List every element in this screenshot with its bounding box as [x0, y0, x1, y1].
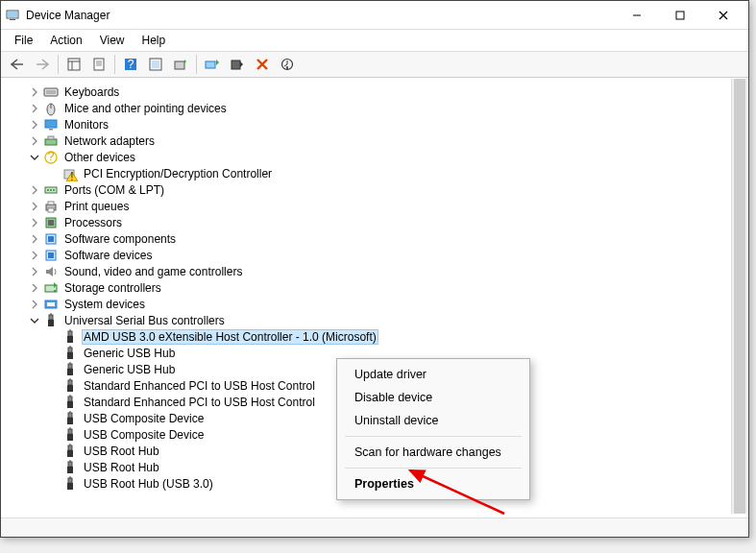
tree-node[interactable]: Mice and other pointing devices	[9, 100, 748, 116]
ctx-disable-device[interactable]: Disable device	[337, 386, 529, 409]
warning-icon: !	[62, 166, 78, 181]
tree-node[interactable]: ?Other devices	[9, 149, 748, 165]
tree-node-label: USB Root Hub (USB 3.0)	[82, 477, 215, 491]
chevron-right-icon[interactable]	[28, 200, 41, 213]
chevron-down-icon[interactable]	[28, 151, 41, 164]
minimize-button[interactable]	[615, 1, 658, 30]
network-icon	[43, 133, 59, 149]
toolbar: ?	[1, 51, 748, 78]
titlebar: Device Manager	[1, 1, 748, 30]
ctx-uninstall-device[interactable]: Uninstall device	[337, 409, 529, 432]
svg-rect-2	[8, 12, 17, 17]
tree-node-label: Generic USB Hub	[82, 363, 177, 376]
tree-node[interactable]: Storage controllers	[9, 279, 748, 296]
tree-node[interactable]: Software devices	[9, 247, 748, 263]
tree-node-label: Storage controllers	[62, 281, 163, 295]
svg-rect-72	[68, 413, 72, 418]
svg-rect-64	[67, 369, 73, 375]
chevron-right-icon[interactable]	[28, 249, 41, 262]
svg-rect-54	[49, 315, 53, 320]
svg-rect-78	[68, 445, 72, 450]
maximize-button[interactable]	[658, 1, 701, 30]
tree-node[interactable]: Keyboards	[9, 84, 748, 100]
tree-node[interactable]: Processors	[9, 214, 748, 230]
chevron-right-icon[interactable]	[28, 102, 41, 115]
tree-node-label: Software devices	[62, 249, 154, 262]
close-button[interactable]	[701, 1, 744, 30]
tree-node-label: Standard Enhanced PCI to USB Host Contro…	[82, 396, 317, 409]
toolbar-separator	[196, 55, 197, 74]
mouse-icon	[43, 101, 59, 116]
svg-point-38	[47, 189, 49, 191]
ctx-properties[interactable]: Properties	[337, 472, 529, 495]
svg-rect-20	[232, 60, 240, 69]
svg-rect-19	[206, 61, 215, 68]
tree-node[interactable]: !PCI Encryption/Decryption Controller	[9, 165, 748, 181]
tree-node-label: USB Root Hub	[82, 445, 161, 458]
svg-rect-42	[48, 202, 54, 204]
svg-rect-70	[67, 401, 73, 408]
forward-button[interactable]	[30, 53, 55, 76]
keyboard-icon	[43, 84, 59, 100]
uninstall-device-button[interactable]	[250, 53, 275, 76]
back-button[interactable]	[5, 53, 30, 76]
tree-node[interactable]: Software components	[9, 230, 748, 247]
update-driver-button[interactable]	[200, 53, 225, 76]
chevron-right-icon[interactable]	[28, 85, 41, 99]
chevron-right-icon[interactable]	[28, 216, 41, 229]
chevron-right-icon[interactable]	[28, 298, 41, 311]
tree-node[interactable]: Sound, video and game controllers	[9, 263, 748, 279]
help-button[interactable]: ?	[118, 53, 143, 76]
tree-node[interactable]: Monitors	[9, 116, 748, 132]
usb-icon	[62, 346, 78, 361]
tree-node-label: Keyboards	[62, 85, 121, 99]
show-hide-console-button[interactable]	[61, 53, 86, 76]
tree-node[interactable]: Network adapters	[9, 132, 748, 149]
svg-rect-79	[67, 450, 73, 457]
tree-node-label: PCI Encryption/Decryption Controller	[82, 167, 274, 180]
chevron-right-icon[interactable]	[28, 183, 41, 197]
tree-node-label: AMD USB 3.0 eXtensible Host Controller -…	[82, 329, 378, 345]
svg-rect-60	[68, 348, 72, 352]
ctx-update-driver[interactable]: Update driver	[337, 363, 529, 386]
tree-node-label: Universal Serial Bus controllers	[62, 314, 227, 327]
tree-node-label: USB Composite Device	[82, 412, 206, 425]
menu-view[interactable]: View	[92, 32, 133, 49]
tree-node[interactable]: Print queues	[9, 198, 748, 214]
software-icon	[43, 231, 59, 247]
scan-hardware-button[interactable]	[143, 53, 168, 76]
svg-rect-24	[44, 88, 58, 96]
tree-node[interactable]: AMD USB 3.0 eXtensible Host Controller -…	[9, 328, 748, 345]
tree-node[interactable]: System devices	[9, 296, 748, 312]
menu-action[interactable]: Action	[42, 32, 89, 49]
chevron-right-icon[interactable]	[28, 232, 41, 246]
chevron-right-icon[interactable]	[28, 281, 41, 295]
tree-node[interactable]: Universal Serial Bus controllers	[9, 312, 748, 328]
chevron-right-icon[interactable]	[28, 118, 41, 132]
menu-file[interactable]: File	[7, 32, 40, 49]
device-options-button[interactable]	[275, 53, 300, 76]
svg-rect-73	[67, 418, 73, 424]
menu-help[interactable]: Help	[134, 32, 174, 49]
svg-rect-29	[45, 120, 57, 128]
chevron-right-icon[interactable]	[28, 265, 41, 278]
svg-text:?: ?	[48, 150, 55, 163]
disable-device-button[interactable]	[225, 53, 250, 76]
audio-icon	[43, 264, 59, 279]
svg-rect-10	[94, 59, 104, 70]
tree-node-label: System devices	[62, 298, 147, 311]
app-icon	[5, 8, 20, 23]
add-legacy-hardware-button[interactable]	[168, 53, 193, 76]
usb-icon	[62, 476, 78, 492]
ctx-scan-hardware[interactable]: Scan for hardware changes	[337, 441, 529, 464]
svg-rect-76	[67, 434, 73, 441]
properties-button[interactable]	[86, 53, 111, 76]
tree-node-label: Print queues	[62, 200, 131, 213]
vertical-scrollbar[interactable]	[731, 79, 747, 514]
status-bar	[1, 517, 748, 537]
chevron-down-icon[interactable]	[28, 314, 41, 327]
scrollbar-thumb[interactable]	[734, 79, 745, 514]
chevron-right-icon[interactable]	[28, 134, 41, 148]
toolbar-separator	[114, 55, 115, 74]
tree-node[interactable]: Ports (COM & LPT)	[9, 181, 748, 198]
